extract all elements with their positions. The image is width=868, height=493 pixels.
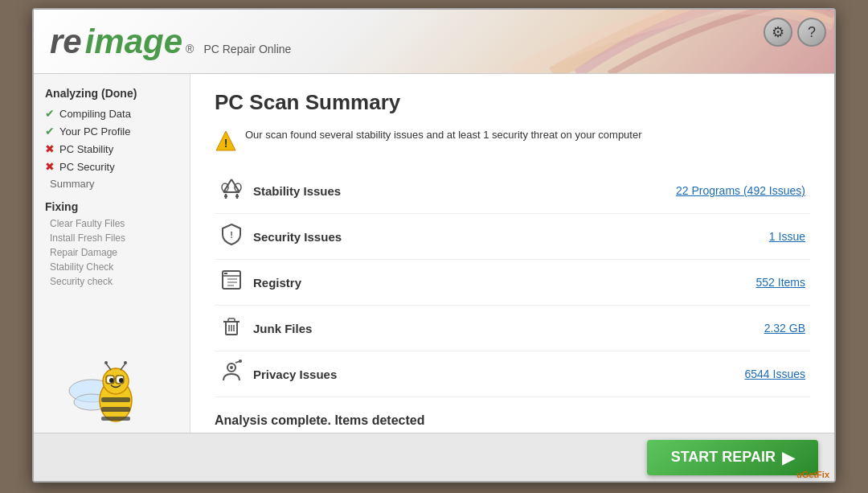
help-button[interactable]: ? <box>797 18 826 47</box>
svg-rect-5 <box>101 417 130 421</box>
sidebar-label-security: PC Security <box>59 161 115 173</box>
security-icon: ! <box>215 214 248 260</box>
fix-item-security-check: Security check <box>34 274 190 289</box>
stability-value[interactable]: 22 Programs (492 Issues) <box>481 168 810 214</box>
junk-icon <box>215 306 248 351</box>
warning-text: Our scan found several stability issues … <box>245 128 642 142</box>
logo-image: image <box>85 23 182 61</box>
bee-svg <box>68 360 156 433</box>
issues-table: Stability Issues 22 Programs (492 Issues… <box>215 168 810 397</box>
sidebar-label-stability: PC Stability <box>59 143 113 155</box>
sidebar-item-security: ✖ PC Security <box>34 158 190 175</box>
sidebar-item-summary: Summary <box>34 175 190 192</box>
fixing-title: Fixing <box>34 192 190 216</box>
table-row: ! Security Issues 1 Issue <box>215 214 810 260</box>
svg-rect-38 <box>228 318 235 322</box>
svg-rect-3 <box>101 397 130 402</box>
security-label: Security Issues <box>248 214 481 260</box>
start-repair-label: START REPAIR <box>671 449 776 466</box>
watermark-text: uGetFix <box>796 470 829 479</box>
watermark: uGetFix <box>796 470 829 479</box>
svg-point-15 <box>104 361 108 364</box>
security-value[interactable]: 1 Issue <box>481 214 810 260</box>
bee-illustration <box>34 352 190 433</box>
x-icon: ✖ <box>45 160 55 173</box>
sidebar-label-profile: Your PC Profile <box>59 125 130 138</box>
svg-line-14 <box>106 364 111 370</box>
registry-label: Registry <box>248 260 481 306</box>
scan-title: PC Scan Summary <box>215 90 810 115</box>
fix-item-install: Install Fresh Files <box>34 231 190 245</box>
sidebar-label-summary: Summary <box>50 178 95 190</box>
svg-rect-4 <box>101 407 130 412</box>
analyzing-title: Analyzing (Done) <box>34 84 190 105</box>
stability-label: Stability Issues <box>248 168 481 214</box>
table-row: Registry 552 Items <box>215 260 810 306</box>
sidebar-label-compiling: Compiling Data <box>59 108 131 120</box>
sidebar-item-stability: ✖ PC Stability <box>34 140 190 158</box>
sidebar: Analyzing (Done) ✔ Compiling Data ✔ Your… <box>34 74 190 433</box>
privacy-label: Privacy Issues <box>248 351 481 397</box>
registry-icon <box>215 260 248 306</box>
junk-value[interactable]: 2.32 GB <box>481 306 810 351</box>
check-icon: ✔ <box>45 125 55 138</box>
sidebar-item-profile: ✔ Your PC Profile <box>34 122 190 140</box>
check-icon: ✔ <box>45 107 55 120</box>
warning-box: ! Our scan found several stability issue… <box>215 128 810 152</box>
start-repair-button[interactable]: START REPAIR ▶ <box>647 440 818 475</box>
header: reimage® PC Repair Online ⚙ ? <box>34 10 834 74</box>
fix-item-clear: Clear Faulty Files <box>34 216 190 231</box>
header-buttons: ⚙ ? <box>764 18 826 47</box>
svg-point-45 <box>239 359 242 363</box>
svg-rect-35 <box>224 273 227 274</box>
right-panel: PC Scan Summary ! Our scan found several… <box>190 74 834 433</box>
logo-reg: ® <box>186 43 194 55</box>
registry-value[interactable]: 552 Items <box>481 260 810 306</box>
x-icon: ✖ <box>45 142 55 155</box>
sidebar-item-compiling: ✔ Compiling Data <box>34 105 190 122</box>
svg-point-17 <box>124 361 127 364</box>
privacy-value[interactable]: 6544 Issues <box>481 351 810 397</box>
table-row: Stability Issues 22 Programs (492 Issues… <box>215 168 810 214</box>
table-row: Junk Files 2.32 GB <box>215 306 810 351</box>
main-content: Analyzing (Done) ✔ Compiling Data ✔ Your… <box>34 74 834 433</box>
svg-point-43 <box>230 366 233 369</box>
logo: reimage® PC Repair Online <box>50 23 291 61</box>
logo-re: re <box>50 23 82 61</box>
svg-text:!: ! <box>224 137 228 150</box>
app-window: reimage® PC Repair Online ⚙ ? Analyzing … <box>32 8 836 483</box>
fix-item-stability: Stability Check <box>34 260 190 274</box>
arrow-icon: ▶ <box>782 448 794 467</box>
junk-label: Junk Files <box>248 306 481 351</box>
svg-line-16 <box>121 364 125 370</box>
logo-tagline: PC Repair Online <box>203 43 291 55</box>
privacy-icon <box>215 351 248 397</box>
warning-icon: ! <box>215 129 237 152</box>
svg-text:!: ! <box>230 230 233 240</box>
settings-button[interactable]: ⚙ <box>764 18 792 47</box>
analysis-complete: Analysis complete. Items detected <box>215 413 810 428</box>
table-row: Privacy Issues 6544 Issues <box>215 351 810 397</box>
footer: START REPAIR ▶ <box>34 433 834 481</box>
fix-item-repair: Repair Damage <box>34 245 190 260</box>
stability-icon <box>215 168 248 214</box>
